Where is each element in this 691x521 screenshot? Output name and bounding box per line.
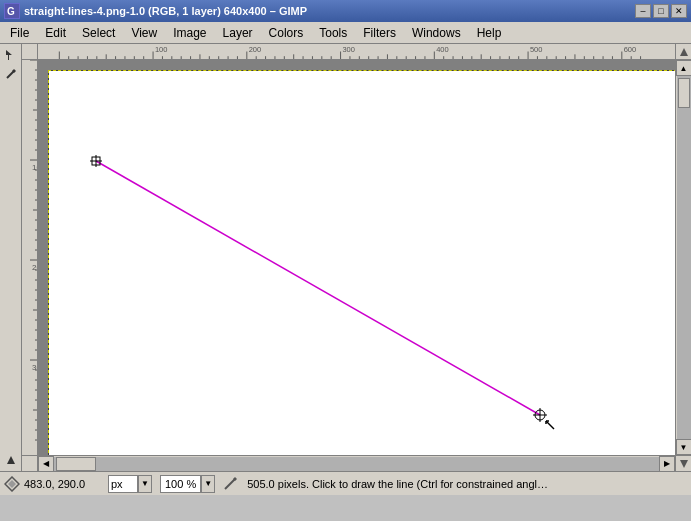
nav-corner-tr[interactable] xyxy=(675,44,691,60)
status-message: 505.0 pixels. Click to draw the line (Ct… xyxy=(243,478,687,490)
svg-text:400: 400 xyxy=(436,45,449,54)
close-button[interactable]: ✕ xyxy=(671,4,687,18)
v-scroll-thumb[interactable] xyxy=(678,78,690,108)
svg-text:G: G xyxy=(7,6,15,17)
menu-item-colors[interactable]: Colors xyxy=(261,24,312,42)
svg-line-127 xyxy=(546,421,554,429)
tool-arrow[interactable] xyxy=(2,46,20,64)
canvas[interactable] xyxy=(38,60,675,455)
h-scroll-track[interactable] xyxy=(54,457,659,471)
menu-item-layer[interactable]: Layer xyxy=(215,24,261,42)
scroll-up-button[interactable]: ▲ xyxy=(676,60,692,76)
horizontal-scrollbar[interactable]: ◀ ▶ xyxy=(38,455,675,471)
unit-dropdown[interactable]: px xyxy=(108,475,138,493)
menu-item-edit[interactable]: Edit xyxy=(37,24,74,42)
scroll-indicator[interactable] xyxy=(2,451,20,469)
zoom-control[interactable]: 100 % ▼ xyxy=(160,475,215,493)
coordinates: 483.0, 290.0 xyxy=(24,478,104,490)
unit-dropdown-arrow[interactable]: ▼ xyxy=(138,475,152,493)
svg-text:300: 300 xyxy=(342,45,355,54)
zoom-value: 100 % xyxy=(160,475,201,493)
menu-item-filters[interactable]: Filters xyxy=(355,24,404,42)
menu-item-file[interactable]: File xyxy=(2,24,37,42)
menu-item-help[interactable]: Help xyxy=(469,24,510,42)
svg-point-126 xyxy=(535,410,545,420)
scroll-left-button[interactable]: ◀ xyxy=(38,456,54,472)
title-bar-left: G straight-lines-4.png-1.0 (RGB, 1 layer… xyxy=(4,3,307,19)
tool-pencil[interactable] xyxy=(2,65,20,83)
menu-bar: FileEditSelectViewImageLayerColorsToolsF… xyxy=(0,22,691,44)
svg-text:500: 500 xyxy=(530,45,543,54)
scroll-down-button[interactable]: ▼ xyxy=(676,439,692,455)
svg-marker-132 xyxy=(8,480,16,488)
svg-marker-5 xyxy=(7,456,15,464)
menu-item-tools[interactable]: Tools xyxy=(311,24,355,42)
top-ruler: 100200300400500600 xyxy=(38,44,675,60)
svg-marker-119 xyxy=(680,48,688,56)
left-ruler: 100200300 xyxy=(22,60,38,455)
svg-text:100: 100 xyxy=(155,45,168,54)
pencil-status-icon xyxy=(223,475,239,493)
menu-item-image[interactable]: Image xyxy=(165,24,214,42)
h-scroll-thumb[interactable] xyxy=(56,457,96,471)
navigate-icon[interactable] xyxy=(4,476,20,492)
ruler-corner xyxy=(22,44,38,60)
svg-line-120 xyxy=(96,161,540,415)
zoom-dropdown-arrow[interactable]: ▼ xyxy=(201,475,215,493)
left-toolbar xyxy=(0,44,22,471)
menu-item-windows[interactable]: Windows xyxy=(404,24,469,42)
title-buttons: – □ ✕ xyxy=(635,4,687,18)
svg-text:200: 200 xyxy=(249,45,262,54)
status-bar: 483.0, 290.0 px ▼ 100 % ▼ 505.0 pixels. … xyxy=(0,471,691,495)
canvas-container[interactable]: 100200300400500600 100200300 xyxy=(22,44,691,471)
svg-text:600: 600 xyxy=(624,45,637,54)
main-area: 100200300400500600 100200300 xyxy=(0,44,691,471)
drawing-overlay xyxy=(49,71,675,455)
maximize-button[interactable]: □ xyxy=(653,4,669,18)
menu-item-view[interactable]: View xyxy=(123,24,165,42)
title-bar: G straight-lines-4.png-1.0 (RGB, 1 layer… xyxy=(0,0,691,22)
window-title: straight-lines-4.png-1.0 (RGB, 1 layer) … xyxy=(24,5,307,17)
menu-item-select[interactable]: Select xyxy=(74,24,123,42)
svg-line-3 xyxy=(7,71,14,78)
v-scroll-track[interactable] xyxy=(677,76,691,439)
minimize-button[interactable]: – xyxy=(635,4,651,18)
app-icon: G xyxy=(4,3,20,19)
nav-corner-bl xyxy=(22,455,38,471)
svg-marker-130 xyxy=(680,460,688,468)
nav-corner-br[interactable] xyxy=(675,455,691,471)
unit-control[interactable]: px ▼ xyxy=(108,475,152,493)
canvas-image xyxy=(48,70,675,455)
scroll-right-button[interactable]: ▶ xyxy=(659,456,675,472)
svg-rect-123 xyxy=(92,157,100,165)
svg-marker-2 xyxy=(6,50,12,60)
vertical-scrollbar[interactable]: ▲ ▼ xyxy=(675,60,691,455)
